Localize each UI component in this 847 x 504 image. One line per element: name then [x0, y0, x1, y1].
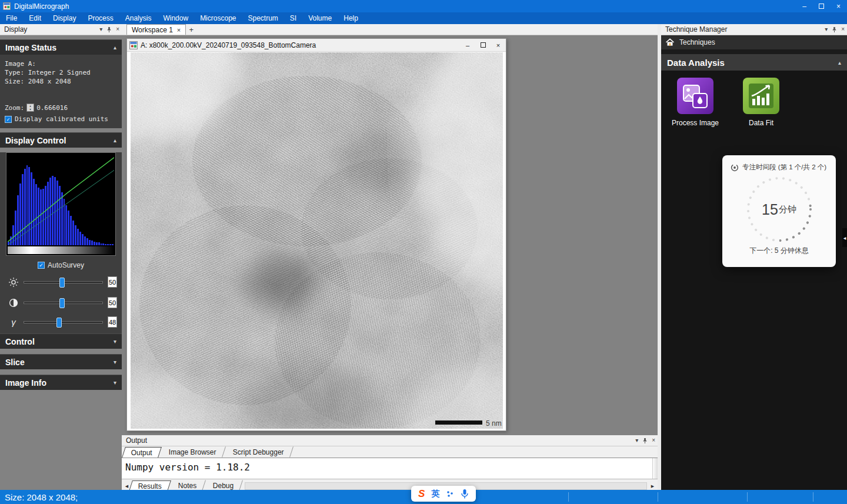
control-section-header[interactable]: Control ▾ — [0, 333, 122, 349]
ime-toolbox-icon[interactable] — [446, 490, 454, 498]
output-tab[interactable]: Image Browser — [159, 446, 226, 458]
output-tab[interactable]: Output — [122, 447, 162, 458]
ime-toolbar: S 英 — [411, 486, 476, 502]
menu-item[interactable]: Help — [338, 12, 364, 24]
minimize-icon: – — [466, 42, 469, 49]
data-analysis-header[interactable]: Data Analysis ▴ — [661, 54, 847, 71]
pin-icon[interactable] — [106, 26, 112, 33]
image-info-section-title: Image Info — [5, 378, 46, 388]
results-tab-label: Results — [138, 482, 162, 490]
results-tab-label: Notes — [178, 482, 196, 490]
menu-item[interactable]: Microscope — [194, 12, 242, 24]
slice-section-title: Slice — [5, 358, 25, 367]
menu-item[interactable]: Analysis — [119, 12, 158, 24]
chevron-down-icon[interactable]: ▾ — [99, 26, 102, 32]
spinner-down-icon[interactable]: ▾ — [27, 108, 34, 111]
console-output[interactable]: Numpy version = 1.18.2 — [122, 458, 658, 479]
autosurvey-checkbox[interactable]: ✓ — [38, 262, 45, 269]
display-control-header[interactable]: Display Control ▴ — [0, 132, 122, 148]
contrast-slider[interactable] — [24, 302, 103, 304]
menu-item[interactable]: File — [0, 12, 23, 24]
technique-manager-header: Technique Manager ▾ × — [661, 24, 847, 35]
gamma-slider[interactable] — [24, 321, 103, 323]
slice-section-header[interactable]: Slice ▾ — [0, 354, 122, 369]
process-image-label: Process Image — [672, 119, 719, 127]
image-window-icon — [129, 41, 138, 49]
vertical-scrollbar[interactable] — [652, 458, 658, 479]
calibrated-units-checkbox[interactable]: ✓ — [5, 116, 12, 123]
maximize-button[interactable] — [813, 0, 830, 12]
plus-icon: + — [189, 25, 194, 34]
image-window-close-button[interactable]: × — [491, 39, 506, 51]
process-image-tool[interactable]: Process Image — [669, 78, 721, 127]
statusbar-divider — [813, 492, 813, 502]
zoom-stepper[interactable]: ▴ ▾ — [26, 104, 34, 112]
output-panel-header: Output ▾ × — [122, 435, 658, 446]
chevron-down-icon[interactable]: ▾ — [825, 26, 828, 32]
menu-item[interactable]: SI — [284, 12, 302, 24]
menu-item[interactable]: Display — [47, 12, 82, 24]
statusbar-divider — [658, 492, 658, 502]
menu-item[interactable]: Edit — [23, 12, 47, 24]
collapse-panel-handle[interactable]: ◀ — [842, 228, 847, 247]
sogou-logo-icon[interactable]: S — [418, 488, 425, 500]
image-window-minimize-button[interactable]: – — [460, 39, 475, 51]
image-window-maximize-button[interactable] — [475, 39, 491, 51]
ime-language-toggle[interactable]: 英 — [431, 489, 439, 499]
output-tab-label: Script Debugger — [233, 448, 284, 456]
close-icon[interactable]: × — [177, 26, 181, 34]
image-label: Image A: — [5, 59, 122, 68]
output-tab[interactable]: Script Debugger — [224, 446, 294, 458]
maximize-icon — [481, 42, 486, 48]
focus-timer-value: 15 分钟 — [743, 173, 816, 246]
gamma-value[interactable]: 48 — [108, 316, 117, 328]
menu-item[interactable]: Spectrum — [242, 12, 284, 24]
image-size-line: Size: 2048 x 2048 — [5, 77, 122, 86]
autosurvey-label: AutoSurvey — [48, 261, 84, 269]
panel-gap — [0, 349, 122, 354]
chevron-up-icon: ▴ — [838, 59, 841, 66]
close-icon[interactable]: × — [841, 26, 845, 32]
menu-item[interactable]: Window — [157, 12, 194, 24]
pin-icon[interactable] — [831, 26, 838, 33]
titlebar: DigitalMicrograph – × — [0, 0, 847, 12]
close-icon: × — [496, 42, 500, 49]
gamma-slider-thumb[interactable] — [56, 318, 62, 328]
image-status-header[interactable]: Image Status ▴ — [0, 39, 122, 55]
scale-bar — [435, 420, 482, 425]
tem-image[interactable]: 5 nm — [131, 52, 503, 429]
menu-item[interactable]: Volume — [302, 12, 338, 24]
microphone-icon[interactable] — [461, 489, 469, 499]
histogram[interactable] — [6, 152, 116, 256]
minimize-icon: – — [802, 2, 806, 11]
pin-icon[interactable] — [642, 438, 648, 444]
brightness-slider-thumb[interactable] — [59, 278, 65, 288]
chevron-down-icon: ▾ — [114, 359, 116, 365]
close-icon[interactable]: × — [116, 26, 119, 32]
minimize-button[interactable]: – — [796, 0, 813, 12]
image-window-titlebar[interactable]: A: x800k_200.00kV_20240719_093548_Bottom… — [127, 39, 506, 52]
focus-session-title: 专注时间段 (第 1 个/共 2 个) — [742, 163, 826, 172]
contrast-value[interactable]: 50 — [108, 297, 117, 308]
contrast-slider-thumb[interactable] — [59, 298, 65, 308]
data-fit-label: Data Fit — [749, 119, 773, 127]
app-title: DigitalMicrograph — [14, 2, 69, 11]
chevron-down-icon[interactable]: ▾ — [635, 438, 638, 443]
workspace-tab[interactable]: Workspace 1 × — [126, 24, 186, 35]
menu-bar: FileEditDisplayProcessAnalysisWindowMicr… — [0, 12, 847, 24]
focus-session-widget[interactable]: 专注时间段 (第 1 个/共 2 个) 15 分钟 下一个: 5 分钟休息 — [722, 155, 836, 267]
techniques-home-row[interactable]: Techniques — [661, 35, 847, 49]
image-info-section-header[interactable]: Image Info ▾ — [0, 375, 122, 390]
data-fit-tool[interactable]: Data Fit — [735, 78, 787, 127]
close-icon[interactable]: × — [652, 438, 655, 443]
workspace-tab-bar: Workspace 1 × + — [122, 24, 658, 35]
menu-item[interactable]: Process — [82, 12, 119, 24]
new-workspace-button[interactable]: + — [186, 24, 196, 35]
gamma-slider-row: γ 48 — [0, 313, 122, 333]
workspace-tab-label: Workspace 1 — [132, 26, 173, 34]
image-window-title: A: x800k_200.00kV_20240719_093548_Bottom… — [141, 41, 316, 49]
brightness-slider[interactable] — [24, 281, 103, 283]
close-button[interactable]: × — [830, 0, 847, 12]
timer-minutes: 15 — [762, 201, 778, 218]
brightness-value[interactable]: 50 — [108, 276, 117, 288]
